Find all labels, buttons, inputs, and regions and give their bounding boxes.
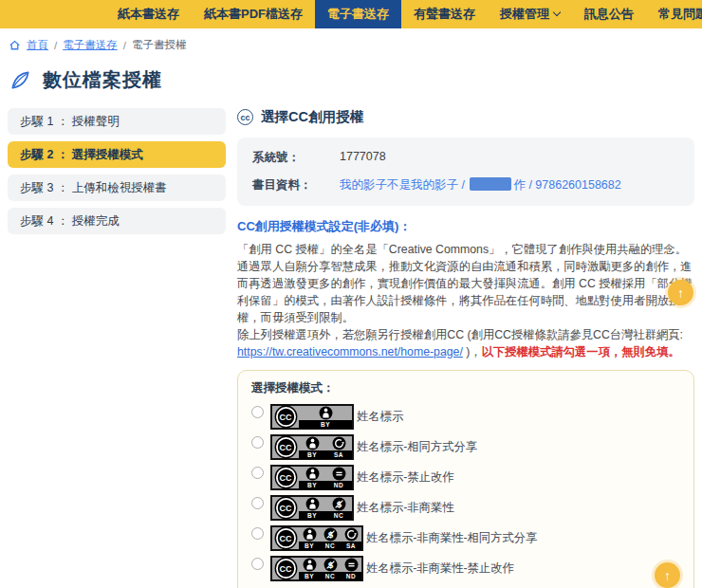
badge-code-label: NC <box>320 542 341 550</box>
cc-by-person-icon <box>299 467 325 481</box>
license-option-row: CCBY$NCND姓名標示-非商業性-禁止改作 <box>251 556 680 581</box>
badge-code-label: NC <box>325 511 352 520</box>
license-radio-by-nc[interactable] <box>251 497 264 509</box>
cc-logo-icon: CC <box>276 528 296 548</box>
step-item-2[interactable]: 步驟 2 ： 選擇授權模式 <box>8 141 226 168</box>
cc-nc-no-dollar-icon: $ <box>320 527 341 542</box>
cc-by-person-icon <box>299 406 352 420</box>
nav-item[interactable]: 常見問題 <box>646 0 702 28</box>
cc-required-note: 以下授權模式請勾選一項，無則免填。 <box>482 345 680 358</box>
license-radio-by-nc-sa[interactable] <box>251 527 264 540</box>
step-item-3[interactable]: 步驟 3 ： 上傳和檢視授權書 <box>8 175 226 201</box>
cc-nd-no-derivatives-icon <box>325 467 352 481</box>
license-option-label: 姓名標示 <box>357 409 403 425</box>
cc-license-badge-by-nc: CCBY$NC <box>270 495 354 521</box>
license-option-label: 姓名標示-禁止改作 <box>357 469 453 486</box>
home-icon[interactable] <box>9 39 21 51</box>
cc-description-mid: )， <box>463 345 482 358</box>
license-option-row: CCBYND姓名標示-禁止改作 <box>251 465 680 490</box>
cc-logo-icon: CC <box>276 468 296 487</box>
cc-logo-icon: CC <box>276 559 296 579</box>
cc-description-line2: 除上列授權選項外，若您願另行授權創用CC (創用CC授權條款請參見CC台灣社群網… <box>237 328 683 341</box>
cc-logo-icon: CC <box>276 437 296 457</box>
chevron-down-icon <box>553 9 561 16</box>
cc-license-badge-by: CCBY <box>270 404 354 430</box>
cc-circle-icon: cc <box>237 109 253 125</box>
cc-sa-share-alike-icon <box>325 436 352 450</box>
license-option-label: 姓名標示-非商業性 <box>357 500 453 516</box>
breadcrumb-separator: / <box>54 40 57 51</box>
cc-description: 「創用 CC 授權」的全名是「Creative Commons」，它體現了創作與… <box>237 241 694 360</box>
cc-logo-icon: CC <box>276 407 296 427</box>
cc-by-person-icon <box>299 558 320 572</box>
cc-mode-heading: CC創用授權模式設定(非必填)： <box>237 218 694 235</box>
breadcrumb-link[interactable]: 電子書送存 <box>63 38 118 52</box>
badge-code-label: ND <box>341 572 361 580</box>
badge-code-label: SA <box>325 450 352 459</box>
nav-item[interactable]: 紙本書送存 <box>105 0 192 28</box>
badge-code-label: BY <box>299 542 320 550</box>
cc-by-person-icon <box>299 527 320 542</box>
license-option-row: CCBY姓名標示 <box>251 404 680 430</box>
cc-taiwan-link[interactable]: https://tw.creativecommons.net/home-page… <box>237 345 463 358</box>
license-option-label: 姓名標示-非商業性-禁止改作 <box>366 560 514 577</box>
license-box-title: 選擇授權模式： <box>251 380 680 396</box>
badge-code-label: NC <box>320 572 341 580</box>
license-option-label: 姓名標示-非商業性-相同方式分享 <box>366 530 537 546</box>
step-item-1[interactable]: 步驟 1 ： 授權聲明 <box>8 108 226 135</box>
quill-pen-icon <box>9 69 31 91</box>
page-title: 數位檔案授權 <box>43 67 162 93</box>
cc-nc-no-dollar-icon: $ <box>320 558 341 572</box>
cc-license-badge-by-sa: CCBYSA <box>270 434 354 460</box>
license-option-row: CCBY$NC姓名標示-非商業性 <box>251 495 680 521</box>
nav-item[interactable]: 紙本書PDF檔送存 <box>192 0 315 28</box>
license-options: CCBY姓名標示CCBYSA姓名標示-相同方式分享CCBYND姓名標示-禁止改作… <box>251 404 680 581</box>
badge-code-label: BY <box>299 420 352 429</box>
license-radio-by-sa[interactable] <box>251 436 264 449</box>
breadcrumb-separator: / <box>123 40 126 51</box>
cc-nd-no-derivatives-icon <box>341 558 361 572</box>
license-option-label: 姓名標示-相同方式分享 <box>357 439 477 455</box>
bib-title: 我的影子不是我的影子 <box>340 178 458 192</box>
redacted-author-box <box>470 177 511 191</box>
scroll-to-top-button[interactable]: ↑ <box>668 280 693 305</box>
cc-license-badge-by-nc-sa: CCBY$NCSA <box>270 525 363 551</box>
cc-by-person-icon <box>299 436 325 450</box>
cc-license-badge-by-nc-nd: CCBY$NCND <box>270 556 363 581</box>
cc-nc-no-dollar-icon: $ <box>325 497 352 511</box>
section-header: cc 選擇CC創用授權 <box>237 108 694 126</box>
system-no-value: 1777078 <box>340 150 679 166</box>
license-option-row: CCBYSA姓名標示-相同方式分享 <box>251 434 680 460</box>
license-radio-by-nd[interactable] <box>251 467 264 479</box>
cc-by-person-icon <box>299 497 325 511</box>
breadcrumb-current: 電子書授權 <box>132 38 187 52</box>
breadcrumb-link[interactable]: 首頁 <box>27 38 48 52</box>
badge-code-label: BY <box>299 450 325 459</box>
nav-item[interactable]: 訊息公告 <box>572 0 646 28</box>
step-item-4[interactable]: 步驟 4 ： 授權完成 <box>8 208 226 234</box>
breadcrumb: 首頁/電子書送存/電子書授權 <box>0 28 702 52</box>
section-title: 選擇CC創用授權 <box>261 108 363 126</box>
steps-sidebar: 步驟 1 ： 授權聲明步驟 2 ： 選擇授權模式步驟 3 ： 上傳和檢視授權書步… <box>8 108 226 588</box>
badge-code-label: BY <box>299 511 325 520</box>
nav-item[interactable]: 電子書送存 <box>315 0 401 28</box>
badge-code-label: BY <box>299 481 325 489</box>
nav-item[interactable]: 有聲書送存 <box>401 0 488 28</box>
system-no-label: 系統號： <box>252 150 340 166</box>
cc-description-main: 「創用 CC 授權」的全名是「Creative Commons」，它體現了創作與… <box>237 243 693 324</box>
license-radio-by-nc-nd[interactable] <box>251 558 264 570</box>
nav-item[interactable]: 授權管理 <box>488 0 572 28</box>
content-area: cc 選擇CC創用授權 系統號： 1777078 書目資料： 我的影子不是我的影… <box>237 108 694 588</box>
page: 紙本書送存紙本書PDF檔送存電子書送存有聲書送存授權管理訊息公告常見問題 首頁/… <box>0 0 702 588</box>
page-title-row: 數位檔案授權 <box>9 67 702 93</box>
cc-sa-share-alike-icon <box>341 527 361 542</box>
badge-code-label: ND <box>325 481 352 489</box>
bib-value-link[interactable]: 我的影子不是我的影子 / 作 / 9786260158682 <box>340 177 679 193</box>
cc-license-badge-by-nd: CCBYND <box>270 465 354 490</box>
scroll-to-top-button[interactable]: ↑ <box>655 562 680 588</box>
top-navbar: 紙本書送存紙本書PDF檔送存電子書送存有聲書送存授權管理訊息公告常見問題 <box>0 0 702 28</box>
bib-separator: / <box>458 178 468 192</box>
bib-suffix: 作 / 9786260158682 <box>513 178 620 192</box>
license-radio-by[interactable] <box>251 406 264 418</box>
badge-code-label: SA <box>341 542 361 550</box>
